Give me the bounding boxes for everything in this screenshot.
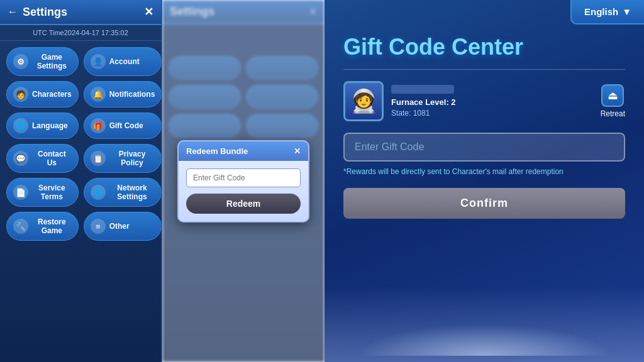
network-settings-label: Network Settings [109,184,155,201]
redeem-dialog-header: Redeem Bundle ✕ [179,141,308,161]
retreat-icon: ⏏ [601,84,624,107]
redeem-dialog-body: Redeem [179,161,308,221]
section-divider [343,69,625,70]
gift-code-center-title: Gift Code Center [343,35,625,60]
game-settings-label: Game Settings [32,53,72,70]
account-label: Account [109,57,140,66]
settings-title-group: ← Settings [8,6,67,19]
user-furnace-level: Furnace Level: 2 [391,97,593,107]
avatar: 🧑‍🚀 [343,81,384,121]
network-settings-icon: 🌐 [91,185,106,200]
language-selector-button[interactable]: English ▼ [570,0,644,25]
other-label: Other [109,222,130,231]
privacy-policy-button[interactable]: 📋 Privacy Policy [84,144,162,173]
language-label: English [584,6,618,17]
notifications-button[interactable]: 🔔 Notifications [84,81,162,107]
gift-code-input[interactable] [343,133,625,162]
other-icon: ≡ [91,219,106,234]
contact-us-icon: 💬 [13,151,28,166]
restore-game-label: Restore Game [32,217,72,235]
gift-code-center-content: Gift Code Center 🧑‍🚀 Furnace Level: 2 St… [325,0,644,231]
back-arrow-icon[interactable]: ← [8,6,18,18]
characters-label: Characters [32,90,72,99]
username-bar [391,85,454,94]
settings-header: ← Settings ✕ [0,0,161,25]
other-button[interactable]: ≡ Other [84,212,162,241]
retreat-label: Retreat [601,109,625,118]
language-arrow-icon: ▼ [622,6,631,17]
user-info-row: 🧑‍🚀 Furnace Level: 2 State: 1081 ⏏ Retre… [343,81,625,121]
language-button[interactable]: 🌐 Language [6,112,79,139]
confirm-button[interactable]: Confirm [343,188,625,219]
reward-note: *Rewards will be directly sent to Charac… [343,167,625,177]
redeem-dialog-title: Redeem Bundle [186,146,248,156]
retreat-button[interactable]: ⏏ Retreat [601,84,625,118]
gift-code-center-panel: English ▼ Gift Code Center 🧑‍🚀 Furnace L… [325,0,644,362]
service-terms-icon: 📄 [13,185,28,200]
privacy-policy-icon: 📋 [91,151,106,166]
redeem-button[interactable]: Redeem [186,194,301,214]
notifications-icon: 🔔 [91,87,106,102]
user-details: Furnace Level: 2 State: 1081 [391,85,593,118]
characters-button[interactable]: 🧑 Characters [6,81,79,107]
privacy-policy-label: Privacy Policy [109,150,155,167]
utc-time-label: UTC Time2024-04-17 17:35:02 [0,25,161,41]
account-button[interactable]: 👤 Account [84,47,162,76]
cloud-background [325,287,644,362]
restore-game-icon: 🔧 [13,219,28,234]
service-terms-button[interactable]: 📄 Service Terms [6,178,79,207]
avatar-figure: 🧑‍🚀 [350,90,378,112]
cloud-shape [325,305,644,356]
gift-code-label: Gift Code [109,121,143,130]
network-settings-button[interactable]: 🌐 Network Settings [84,178,162,207]
redeem-dialog-overlay: Redeem Bundle ✕ Redeem [162,0,325,362]
account-icon: 👤 [91,54,106,69]
service-terms-label: Service Terms [32,184,72,201]
settings-grid: ⚙ Game Settings 👤 Account 🧑 Characters 🔔… [0,41,161,247]
language-label: Language [32,121,68,130]
game-settings-icon: ⚙ [13,54,28,69]
redeem-dialog-close[interactable]: ✕ [294,146,301,156]
settings-panel: ← Settings ✕ UTC Time2024-04-17 17:35:02… [0,0,162,362]
characters-icon: 🧑 [13,87,28,102]
redeem-gift-code-input[interactable] [186,168,301,187]
restore-game-button[interactable]: 🔧 Restore Game [6,212,79,241]
close-button[interactable]: ✕ [144,5,153,19]
contact-us-label: Contact Us [32,150,72,167]
language-icon: 🌐 [13,118,28,133]
gift-code-icon: 🎁 [91,118,106,133]
settings-title-label: Settings [23,6,67,19]
user-state: State: 1081 [391,109,593,118]
game-settings-button[interactable]: ⚙ Game Settings [6,47,79,76]
contact-us-button[interactable]: 💬 Contact Us [6,144,79,173]
redeem-dialog: Redeem Bundle ✕ Redeem [177,140,309,222]
gift-code-button[interactable]: 🎁 Gift Code [84,112,162,139]
notifications-label: Notifications [109,90,155,99]
